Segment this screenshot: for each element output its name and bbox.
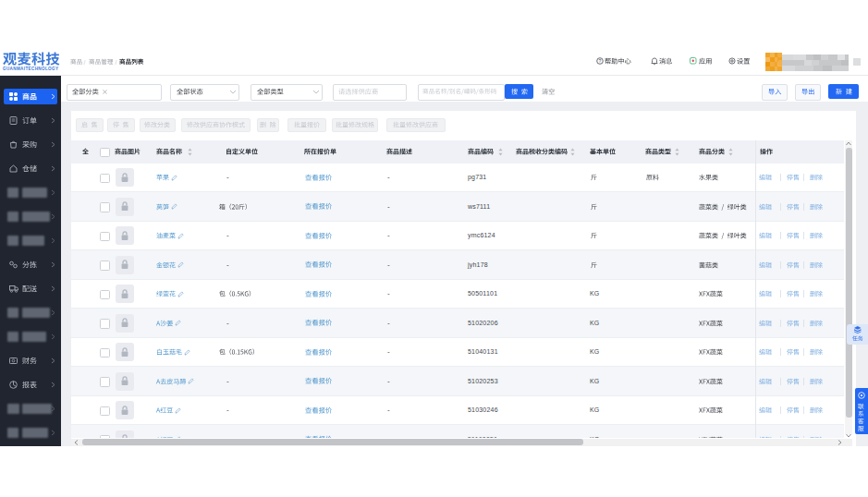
svg-text:?: ?	[598, 58, 601, 64]
